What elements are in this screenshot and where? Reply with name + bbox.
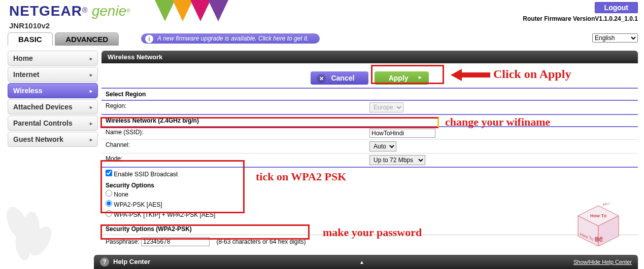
chevron-up-icon: ▲ bbox=[359, 259, 364, 265]
decorative-triangles bbox=[152, 0, 244, 27]
brand-text: NETGEAR bbox=[9, 3, 82, 19]
language-select[interactable]: English bbox=[592, 33, 638, 43]
sidebar-item-home[interactable]: Home▸ bbox=[8, 51, 98, 66]
firmware-upgrade-banner[interactable]: A new firmware upgrade is available. Cli… bbox=[141, 33, 320, 44]
region-section-header: Select Region bbox=[101, 89, 638, 101]
ssid-input[interactable] bbox=[369, 129, 435, 138]
security-wpa2-radio[interactable]: WPA2-PSK [AES] bbox=[106, 199, 634, 209]
show-hide-help-link[interactable]: Show/Hide Help Center bbox=[573, 259, 632, 265]
enable-ssid-checkbox[interactable]: Enable SSID Broadcast bbox=[106, 171, 178, 178]
mode-select[interactable]: Up to 72 Mbps bbox=[369, 155, 425, 165]
svg-marker-3 bbox=[208, 0, 228, 21]
svg-marker-1 bbox=[173, 0, 193, 21]
passphrase-label: Passphrase: bbox=[106, 238, 140, 245]
channel-label: Channel: bbox=[106, 141, 369, 151]
passphrase-section-header: Security Options (WPA2-PSK) bbox=[101, 223, 638, 235]
passphrase-input[interactable] bbox=[141, 237, 210, 246]
svg-marker-0 bbox=[155, 0, 175, 21]
cancel-button[interactable]: Cancel bbox=[311, 71, 368, 85]
svg-text:हिंदी: हिंदी bbox=[594, 237, 603, 243]
model-label: JNR1010v2 bbox=[9, 21, 50, 30]
chevron-right-icon: ▸ bbox=[90, 121, 92, 126]
sidebar-item-guest-network[interactable]: Guest Network▸ bbox=[8, 132, 98, 147]
tab-advanced[interactable]: ADVANCED bbox=[55, 32, 119, 46]
ssid-label: Name (SSID): bbox=[106, 129, 369, 138]
wireless-network-header: Wireless Network (2.4GHz b/g/n) bbox=[101, 115, 638, 127]
sidebar-item-wireless[interactable]: Wireless▸ bbox=[8, 83, 98, 98]
chevron-right-icon: ▸ bbox=[90, 56, 92, 61]
svg-marker-2 bbox=[190, 0, 211, 21]
logout-button[interactable]: Logout bbox=[595, 2, 638, 13]
sidebar-item-internet[interactable]: Internet▸ bbox=[8, 67, 98, 82]
help-center-bar[interactable]: ?Help Center ▲ Show/Hide Help Center bbox=[94, 255, 638, 269]
chevron-right-icon: ▸ bbox=[90, 72, 92, 78]
security-none-radio[interactable]: None bbox=[106, 189, 634, 199]
tab-basic[interactable]: BASIC bbox=[8, 32, 53, 46]
sidebar-item-attached-devices[interactable]: Attached Devices▸ bbox=[8, 99, 98, 114]
region-select[interactable]: Europe bbox=[369, 102, 403, 112]
chevron-right-icon: ▸ bbox=[90, 104, 92, 110]
apply-button[interactable]: Apply bbox=[375, 71, 429, 85]
passphrase-hint: (8-63 characters or 64 hex digits) bbox=[216, 238, 306, 245]
genie-text: genie bbox=[92, 3, 127, 19]
logo: NETGEAR® genie® bbox=[9, 3, 130, 19]
page-title: Wireless Network bbox=[101, 51, 638, 63]
help-icon: ? bbox=[100, 257, 109, 266]
mode-label: Mode: bbox=[106, 155, 369, 165]
watermark-leaf-icon bbox=[0, 203, 56, 264]
channel-select[interactable]: Auto bbox=[369, 141, 396, 151]
sidebar-item-parental-controls[interactable]: Parental Controls▸ bbox=[8, 116, 98, 131]
security-options-header: Security Options bbox=[106, 182, 634, 189]
security-wpa-mix-radio[interactable]: WPA-PSK [TKIP] + WPA2-PSK [AES] bbox=[106, 209, 634, 219]
sidebar: Home▸ Internet▸ Wireless▸ Attached Devic… bbox=[8, 51, 98, 148]
firmware-version: Router Firmware VersionV1.1.0.24_1.0.1 bbox=[523, 15, 638, 22]
svg-text:How To: How To bbox=[590, 213, 606, 218]
region-label: Region: bbox=[106, 102, 369, 112]
chevron-right-icon: ▸ bbox=[90, 137, 92, 142]
chevron-right-icon: ▸ bbox=[90, 88, 92, 94]
watermark-cube-icon: How To How To How To हिंदी bbox=[573, 203, 624, 249]
svg-text:How To: How To bbox=[603, 203, 617, 207]
